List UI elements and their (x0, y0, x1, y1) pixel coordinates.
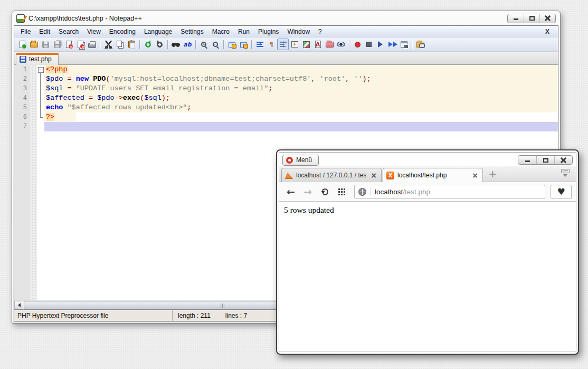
bookmark-margin[interactable] (30, 122, 37, 131)
browser-tab-active[interactable]: Xlocalhost/test.php× (383, 168, 483, 182)
menu-item-encoding[interactable]: Encoding (105, 27, 140, 36)
reload-icon (320, 187, 329, 196)
close-file-button[interactable] (63, 39, 74, 50)
menu-item-file[interactable]: File (16, 27, 35, 36)
document-map-button[interactable] (300, 39, 312, 50)
redo-button[interactable] (154, 39, 165, 50)
code-token (89, 75, 93, 83)
menu-item-settings[interactable]: Settings (176, 27, 207, 36)
code-token: echo (46, 103, 63, 111)
code-token (63, 103, 67, 111)
sync-scroll-horizontal-button[interactable] (238, 39, 249, 50)
zoom-out-icon (213, 42, 218, 47)
menu-item-run[interactable]: Run (234, 27, 254, 36)
bookmark-button[interactable]: ♥ (551, 185, 572, 199)
word-wrap-button[interactable] (254, 39, 265, 50)
zoom-out-button[interactable] (210, 39, 221, 50)
speed-dial-button[interactable] (334, 184, 349, 199)
open-file-button[interactable] (28, 39, 40, 50)
macro-record-button[interactable] (352, 39, 363, 50)
toolbar-separator (100, 40, 100, 49)
bookmark-margin[interactable] (30, 103, 37, 112)
browser-tab-inactive[interactable]: localhost / 127.0.0.1 / test× (281, 168, 382, 182)
document-tab-label: test.php (29, 55, 52, 63)
url-host: localhost (375, 188, 403, 196)
save-all-button[interactable] (51, 39, 63, 50)
find-button[interactable] (170, 39, 182, 50)
macro-run-multiple-button[interactable] (386, 39, 398, 50)
menu-item-search[interactable]: Search (54, 27, 83, 36)
show-all-characters-icon: ¶ (270, 42, 273, 48)
save-button[interactable] (40, 39, 51, 50)
minimize-button[interactable] (508, 14, 524, 23)
notepadpp-titlebar[interactable]: C:\xampp\htdocs\test.php - Notepad++ (14, 11, 558, 25)
opera-menu-button[interactable]: Menü (282, 155, 319, 166)
bookmark-margin[interactable] (30, 84, 37, 93)
close-all-button[interactable] (74, 39, 86, 50)
undo-button[interactable] (142, 39, 154, 50)
preview-button[interactable] (335, 39, 347, 50)
sync-scroll-vertical-button[interactable] (226, 39, 238, 50)
bookmark-margin[interactable] (30, 74, 37, 84)
macro-play-button[interactable] (375, 39, 386, 50)
open-containing-folder-button[interactable] (414, 39, 426, 50)
cut-button[interactable] (102, 39, 114, 50)
back-button[interactable]: ← (283, 184, 298, 199)
menubar-close-button[interactable]: X (539, 28, 556, 35)
browser-minimize-button[interactable] (518, 156, 536, 164)
macro-stop-button[interactable] (363, 39, 375, 50)
tab-menu-button[interactable] (561, 169, 574, 179)
toolbar-separator (223, 40, 224, 49)
show-all-characters-button[interactable]: ¶ (265, 39, 277, 50)
code-text: ?> (44, 112, 558, 122)
line-number: 4 (14, 93, 30, 103)
paste-button[interactable] (126, 39, 137, 50)
zoom-in-button[interactable] (198, 39, 210, 50)
undo-icon (144, 40, 151, 48)
function-list-button[interactable] (289, 39, 300, 50)
new-file-button[interactable] (16, 39, 28, 50)
bookmark-margin[interactable] (30, 93, 37, 103)
code-token (72, 75, 76, 83)
code-token: PDO (93, 75, 106, 83)
heart-icon: ♥ (557, 187, 565, 196)
close-tab-icon[interactable]: × (369, 171, 378, 179)
close-tab-icon[interactable]: × (471, 171, 479, 179)
forward-button[interactable]: → (300, 184, 315, 199)
new-tab-button[interactable]: + (484, 167, 501, 181)
browser-titlebar[interactable]: Menü (279, 153, 576, 166)
zoom-in-icon (201, 42, 206, 47)
word-wrap-icon (257, 41, 263, 48)
menu-item-help[interactable]: ? (314, 27, 326, 36)
preview-icon (337, 42, 345, 47)
menu-item-plugins[interactable]: Plugins (254, 27, 283, 36)
fold-collapse-icon[interactable] (37, 65, 44, 74)
scroll-left-button[interactable] (14, 301, 23, 309)
fold-margin (37, 93, 44, 103)
print-button[interactable] (86, 39, 98, 50)
project-panel-button[interactable] (324, 39, 335, 50)
menu-item-view[interactable]: View (83, 27, 105, 36)
code-line: 3$sql = "UPDATE users SET email_registra… (14, 84, 558, 93)
replace-button[interactable]: ab (182, 39, 193, 50)
bookmark-margin[interactable] (30, 65, 37, 74)
doc-switcher-button[interactable]: A (312, 39, 324, 50)
menu-item-macro[interactable]: Macro (208, 27, 234, 36)
bookmark-margin[interactable] (30, 112, 37, 122)
browser-close-button[interactable] (554, 156, 572, 164)
menu-item-window[interactable]: Window (283, 27, 314, 36)
browser-maximize-button[interactable] (536, 156, 554, 164)
macro-save-button[interactable] (398, 39, 410, 50)
menu-item-language[interactable]: Language (140, 27, 176, 36)
indent-guide-button[interactable] (277, 39, 289, 50)
address-bar[interactable]: localhost /test.php (354, 185, 545, 199)
maximize-button[interactable] (524, 14, 539, 23)
document-tab-testphp[interactable]: test.php (16, 53, 59, 65)
copy-button[interactable] (114, 39, 126, 50)
reload-button[interactable] (317, 184, 332, 199)
code-token: $sql (46, 84, 63, 92)
toolbar-separator (167, 40, 168, 49)
macro-run-multiple-icon (388, 42, 395, 47)
menu-item-edit[interactable]: Edit (35, 27, 54, 36)
close-button[interactable] (539, 14, 555, 23)
